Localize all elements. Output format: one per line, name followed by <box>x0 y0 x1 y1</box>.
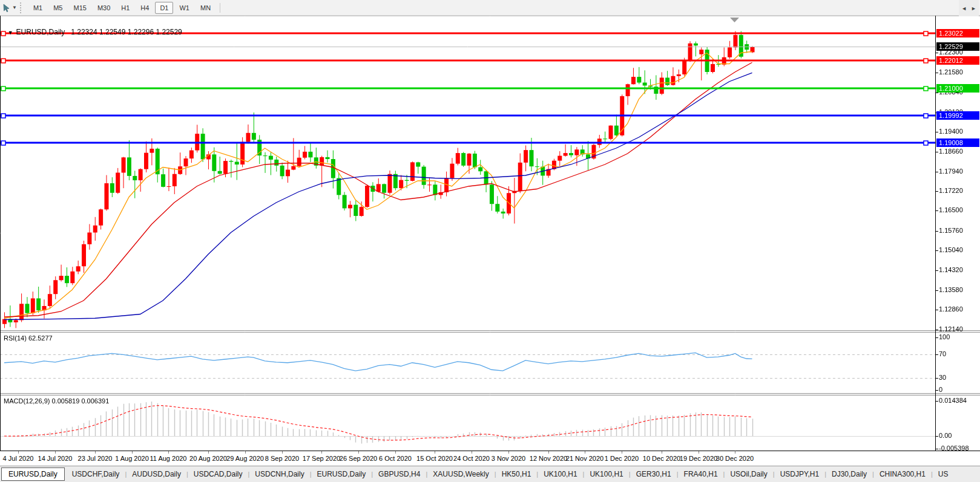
date-axis-label: 19 Dec 2020 <box>680 455 717 462</box>
date-axis-tick <box>132 451 133 454</box>
macd-label: MACD(12,26,9) 0.005819 0.006391 <box>4 397 109 405</box>
chart-tab-xauusd-weekly[interactable]: XAUUSD,Weekly <box>427 468 494 480</box>
timeframe-button-m15[interactable]: M15 <box>68 2 91 14</box>
date-axis-tick <box>321 451 322 454</box>
date-axis-tick <box>95 451 96 454</box>
date-axis-label: 23 Jul 2020 <box>78 455 113 462</box>
timeframe-button-mn[interactable]: MN <box>196 2 215 14</box>
date-axis-label: 29 Aug 2020 <box>226 455 264 462</box>
date-axis-label: 1 Aug 2020 <box>115 455 149 462</box>
toolbar-grip <box>20 2 24 13</box>
tab-scroll-left-icon[interactable]: ◄ <box>961 5 967 11</box>
timeframe-button-m30[interactable]: M30 <box>93 2 115 14</box>
chart-tab-usdchf-daily[interactable]: USDCHF,Daily <box>67 468 125 480</box>
date-axis-label: 12 Nov 2020 <box>530 455 567 462</box>
date-axis-tick <box>18 451 19 454</box>
chart-tab-uk100-h1[interactable]: UK100,H1 <box>584 468 628 480</box>
date-axis-label: 20 Aug 2020 <box>189 455 227 462</box>
collapse-icon[interactable]: ▼ <box>8 30 13 36</box>
top-toolbar: ▼ M1M5M15M30H1H4D1W1MN <box>0 0 980 16</box>
date-axis-tick <box>245 451 246 454</box>
date-axis-tick <box>735 451 735 454</box>
date-axis-tick <box>282 451 283 454</box>
date-axis-label: 1 Dec 2020 <box>605 455 639 462</box>
timeframe-buttons: M1M5M15M30H1H4D1W1MN <box>28 2 216 14</box>
chart-tab-uk100-h1[interactable]: UK100,H1 <box>538 468 582 480</box>
chart-tab-eurusd-daily[interactable]: EURUSD,Daily <box>1 467 65 481</box>
cursor-tool-icon[interactable] <box>1 2 12 13</box>
date-axis-tick <box>548 451 549 454</box>
dropdown-caret-icon[interactable]: ▼ <box>12 5 17 10</box>
chart-tab-usdcnh-daily[interactable]: USDCNH,Daily <box>249 468 309 480</box>
chart-tab-eurusd-daily[interactable]: EURUSD,Daily <box>312 468 372 480</box>
date-axis-label: 6 Oct 2020 <box>379 455 412 462</box>
chart-tab-usoil-daily[interactable]: USOil,Daily <box>725 468 772 480</box>
chart-tab-bar: EURUSD,DailyUSDCHF,Daily|AUDUSD,Daily|US… <box>0 466 980 482</box>
chart-tab-usdjpy-h1[interactable]: USDJPY,H1 <box>775 468 824 480</box>
date-axis-tick <box>208 451 209 454</box>
date-axis-tick <box>435 451 435 454</box>
chart-tab-china300-h1[interactable]: CHINA300,H1 <box>874 468 931 480</box>
date-axis-label: 10 Dec 2020 <box>643 455 680 462</box>
tab-scroll-arrows: ◄ ► <box>959 0 979 16</box>
date-axis-tick <box>395 451 396 454</box>
timeframe-button-h4[interactable]: H4 <box>136 2 154 14</box>
date-axis-label: 14 Jul 2020 <box>38 455 73 462</box>
chart-tab-ger30-h1[interactable]: GER30,H1 <box>631 468 677 480</box>
rsi-label: RSI(14) 62.5277 <box>4 334 53 342</box>
date-axis-label: 15 Oct 2020 <box>416 455 453 462</box>
timeframe-button-m1[interactable]: M1 <box>28 2 47 14</box>
price-chart-canvas[interactable] <box>0 15 980 452</box>
date-axis-tick <box>662 451 662 454</box>
date-axis-tick <box>699 451 699 454</box>
date-axis-tick <box>358 451 359 454</box>
timeframe-button-w1[interactable]: W1 <box>174 2 194 14</box>
chart-title: ▼EURUSD,Daily 1.22324 1.22549 1.22296 1.… <box>4 19 182 36</box>
chart-tab-dj30-daily[interactable]: DJ30,Daily <box>826 468 872 480</box>
date-axis-tick <box>472 451 472 454</box>
chart-tab-usdcad-daily[interactable]: USDCAD,Daily <box>188 468 248 480</box>
date-axis-tick <box>622 451 622 454</box>
date-axis-tick <box>168 451 169 454</box>
date-axis-tick <box>508 451 509 454</box>
cursor-arrow-icon <box>2 4 11 12</box>
tab-scroll-right-icon[interactable]: ► <box>971 5 976 11</box>
date-axis-label: 3 Nov 2020 <box>492 455 525 462</box>
chart-tab-gbpusd-h4[interactable]: GBPUSD,H4 <box>373 468 426 480</box>
date-axis-label: 26 Sep 2020 <box>340 455 377 462</box>
chart-tab-hk50-h1[interactable]: HK50,H1 <box>496 468 537 480</box>
date-axis-label: 11 Aug 2020 <box>150 455 187 462</box>
chart-tab-fra40-h1[interactable]: FRA40,H1 <box>679 468 723 480</box>
date-axis-label: 17 Sep 2020 <box>303 455 340 462</box>
date-axis-label: 30 Dec 2020 <box>716 455 754 462</box>
date-axis-label: 24 Oct 2020 <box>453 455 490 462</box>
timeframe-button-h1[interactable]: H1 <box>116 2 134 14</box>
date-axis[interactable]: 4 Jul 202014 Jul 202023 Jul 20201 Aug 20… <box>0 451 980 466</box>
date-axis-label: 8 Sep 2020 <box>265 455 299 462</box>
timeframe-button-m5[interactable]: M5 <box>48 2 67 14</box>
date-axis-tick <box>585 451 585 454</box>
date-axis-label: 21 Nov 2020 <box>566 455 603 462</box>
chart-tab-audusd-daily[interactable]: AUDUSD,Daily <box>127 468 186 480</box>
chart-tab-us[interactable]: US <box>933 468 954 480</box>
timeframe-button-d1[interactable]: D1 <box>155 2 173 14</box>
date-axis-label: 4 Jul 2020 <box>3 455 34 462</box>
toolbar-separator <box>220 3 220 13</box>
date-axis-tick <box>55 451 56 454</box>
chart-title-text: EURUSD,Daily 1.22324 1.22549 1.22296 1.2… <box>16 28 182 36</box>
